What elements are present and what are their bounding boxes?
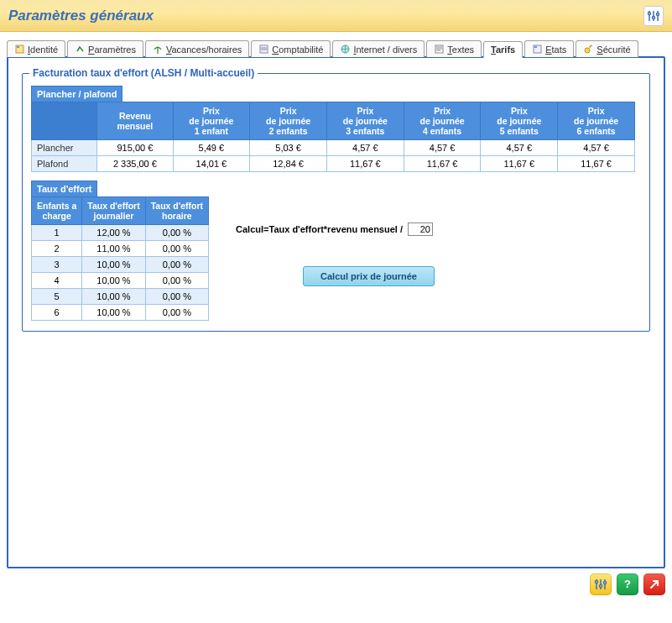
svg-rect-18 (534, 46, 537, 48)
calcul-prix-button[interactable]: Calcul prix de journée (303, 266, 435, 286)
row-number: 1 (32, 225, 82, 241)
cell[interactable]: 10,00 % (82, 257, 145, 273)
row-number: 6 (32, 305, 82, 321)
svg-point-19 (585, 48, 590, 53)
sliders-icon[interactable] (643, 6, 664, 26)
cell[interactable]: 4,57 € (404, 140, 481, 156)
footer-settings-button[interactable] (590, 573, 612, 595)
cell[interactable]: 915,00 € (97, 140, 173, 156)
tab-label: Etats (545, 44, 566, 55)
tab-icon (434, 44, 445, 55)
tab-vacances-horaires[interactable]: Vacances/horaires (145, 40, 249, 57)
calcul-divisor-input[interactable] (408, 222, 433, 236)
taux-effort-table: Enfants achargeTaux d'effortjournalierTa… (31, 196, 209, 321)
row-number: 2 (32, 241, 82, 257)
cell[interactable]: 0,00 % (145, 289, 208, 305)
column-header: Taux d'efforthoraire (145, 197, 208, 225)
column-header: Revenumensuel (97, 102, 173, 140)
svg-point-4 (653, 16, 655, 18)
effort-caption: Taux d'effort (31, 181, 97, 196)
cell[interactable]: 12,84 € (250, 156, 327, 172)
table-row: 112,00 %0,00 % (32, 225, 209, 241)
row-label: Plancher (32, 140, 97, 156)
tab-bar: IdentitéParamètresVacances/horairesCompt… (7, 40, 665, 57)
tab-label: Internet / divers (353, 44, 417, 55)
cell[interactable]: 11,67 € (558, 156, 635, 172)
tab-comptabilit-[interactable]: Comptabilité (251, 40, 331, 57)
cell[interactable]: 4,57 € (481, 140, 558, 156)
column-header: Prixde journée6 enfants (558, 102, 635, 140)
tab-identit-[interactable]: Identité (7, 40, 65, 57)
cell[interactable]: 12,00 % (82, 225, 145, 241)
tab-label: Vacances/horaires (166, 44, 242, 55)
tab-label: Textes (447, 44, 474, 55)
cell[interactable]: 11,67 € (404, 156, 481, 172)
cell[interactable]: 0,00 % (145, 273, 208, 289)
cell[interactable]: 5,03 € (250, 140, 327, 156)
cell[interactable]: 10,00 % (82, 289, 145, 305)
cell[interactable]: 11,00 % (82, 241, 145, 257)
row-number: 4 (32, 273, 82, 289)
row-number: 3 (32, 257, 82, 273)
table-row: 410,00 %0,00 % (32, 273, 209, 289)
column-header: Prixde journée5 enfants (481, 102, 558, 140)
column-header: Prixde journée1 enfant (173, 102, 250, 140)
table-row: 310,00 %0,00 % (32, 257, 209, 273)
row-label: Plafond (32, 156, 97, 172)
table-corner (32, 102, 97, 140)
tab-internet-divers[interactable]: Internet / divers (332, 40, 425, 57)
svg-point-24 (596, 581, 598, 584)
cell[interactable]: 0,00 % (145, 305, 208, 321)
cell[interactable]: 0,00 % (145, 241, 208, 257)
cell[interactable]: 4,57 € (326, 140, 404, 156)
column-header: Prixde journée3 enfants (326, 102, 404, 140)
fieldset-legend: Facturation taux d'effort (ALSH / Multi-… (29, 67, 258, 79)
table-row: 510,00 %0,00 % (32, 289, 209, 305)
tab-param-tres[interactable]: Paramètres (67, 40, 143, 57)
row-number: 5 (32, 289, 82, 305)
main-area: IdentitéParamètresVacances/horairesCompt… (0, 32, 672, 568)
tab-panel-tarifs: Facturation taux d'effort (ALSH / Multi-… (7, 56, 665, 568)
pp-caption: Plancher / plafond (31, 86, 122, 102)
title-bar: Paramètres généraux (0, 0, 672, 32)
cell[interactable]: 0,00 % (145, 257, 208, 273)
svg-rect-20 (589, 44, 592, 48)
cell[interactable]: 10,00 % (82, 305, 145, 321)
cell[interactable]: 4,57 € (558, 140, 635, 156)
cell[interactable]: 5,49 € (173, 140, 250, 156)
tab-label: Paramètres (88, 44, 136, 55)
tab-label: Identité (28, 44, 58, 55)
svg-point-3 (649, 12, 651, 14)
svg-text:?: ? (624, 578, 631, 590)
footer-help-button[interactable]: ? (617, 573, 638, 595)
column-header: Prixde journée2 enfants (250, 102, 327, 140)
table-row: Plancher915,00 €5,49 €5,03 €4,57 €4,57 €… (32, 140, 635, 156)
cell[interactable]: 2 335,00 € (97, 156, 173, 172)
plancher-plafond-section: Plancher / plafond RevenumensuelPrixde j… (31, 86, 641, 172)
cell[interactable]: 11,67 € (481, 156, 558, 172)
tab-s-curit-[interactable]: Sécurité (576, 40, 638, 57)
tab-label: Comptabilité (272, 44, 323, 55)
tab-label: Tarifs (491, 44, 515, 55)
cell[interactable]: 14,01 € (173, 156, 250, 172)
cell[interactable]: 0,00 % (145, 225, 208, 241)
column-header: Enfants acharge (32, 197, 82, 225)
fieldset-facturation: Facturation taux d'effort (ALSH / Multi-… (22, 73, 650, 332)
plancher-plafond-table: RevenumensuelPrixde journée1 enfantPrixd… (31, 102, 635, 172)
table-row: 610,00 %0,00 % (32, 305, 209, 321)
cell[interactable]: 10,00 % (82, 273, 145, 289)
taux-effort-section: Taux d'effort Enfants achargeTaux d'effo… (31, 181, 209, 321)
tab-tarifs[interactable]: Tarifs (483, 41, 523, 58)
svg-point-5 (657, 13, 659, 15)
footer-close-button[interactable] (643, 573, 665, 595)
calcul-area: Calcul=Taux d'effort*revenu mensuel / Ca… (236, 181, 435, 286)
tab-icon (14, 44, 25, 55)
tab-icon (258, 44, 269, 55)
tab-textes[interactable]: Textes (426, 40, 482, 57)
cell[interactable]: 11,67 € (326, 156, 404, 172)
svg-rect-7 (17, 46, 19, 48)
table-row: Plafond2 335,00 €14,01 €12,84 €11,67 €11… (32, 156, 635, 172)
tab-etats[interactable]: Etats (524, 40, 574, 57)
column-header: Taux d'effortjournalier (82, 197, 145, 225)
svg-point-26 (604, 582, 607, 584)
